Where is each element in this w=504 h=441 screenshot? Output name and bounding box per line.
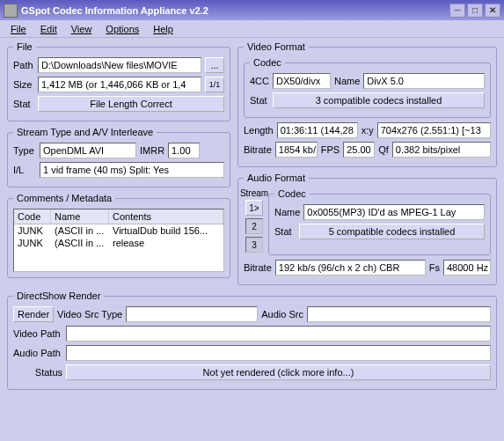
ds-legend: DirectShow Render	[13, 290, 104, 301]
fps-label: FPS	[321, 144, 340, 155]
fourcc-value: DX50/divx	[273, 73, 331, 89]
browse-button[interactable]: ...	[205, 57, 224, 73]
cell-code: JUNK	[14, 224, 51, 237]
video-legend: Video Format	[244, 41, 309, 52]
stream2-button[interactable]: 2	[245, 218, 263, 234]
vst-label: Video Src Type	[57, 309, 122, 320]
as-label: Audio Src	[261, 309, 303, 320]
comments-legend: Comments / Metadata	[13, 193, 115, 203]
il-label: I/L	[13, 165, 36, 175]
video-codec-legend: Codec	[250, 57, 285, 68]
astat-button[interactable]: 5 compatible codecs installed	[299, 224, 485, 239]
stream3-button[interactable]: 3	[245, 237, 263, 253]
type-label: Type	[13, 145, 36, 156]
titlebar: GSpot Codec Information Appliance v2.2 ─…	[0, 0, 504, 20]
vname-label: Name	[334, 76, 360, 86]
size-label: Size	[13, 79, 34, 90]
il-value: 1 vid frame (40 ms) Split: Yes	[40, 162, 224, 178]
vp-value	[66, 326, 491, 342]
stream1-button[interactable]: 1>	[245, 200, 263, 216]
audio-legend: Audio Format	[244, 173, 309, 183]
ap-label: Audio Path	[13, 348, 62, 358]
table-row[interactable]: JUNK (ASCII in ... VirtualDub build 156.…	[14, 224, 223, 237]
xy-label: x:y	[362, 125, 374, 136]
audio-codec-legend: Codec	[274, 188, 310, 199]
size-value: 1,412 MB (or 1,446,066 KB or 1,4	[38, 77, 201, 92]
vbitrate-label: Bitrate	[244, 144, 272, 155]
file-stat[interactable]: File Length Correct	[38, 96, 224, 112]
aname-value: 0x0055(MP3) ID'd as MPEG-1 Lay	[303, 204, 485, 220]
vname-value: DivX 5.0	[363, 73, 485, 89]
aname-label: Name	[274, 207, 300, 217]
audio-group: Audio Format Stream 1> 2 3 Codec Name 0x…	[237, 173, 497, 285]
table-row[interactable]: JUNK (ASCII in ... release	[14, 237, 223, 249]
vp-label: Video Path	[13, 328, 62, 339]
cell-contents: release	[109, 237, 223, 249]
render-button[interactable]: Render	[13, 306, 54, 322]
astat-label: Stat	[274, 226, 296, 237]
cell-name: (ASCII in ...	[51, 237, 109, 249]
stream-label: Stream	[240, 188, 268, 198]
col-name[interactable]: Name	[51, 209, 109, 224]
type-value: OpenDML AVI	[40, 143, 136, 158]
fps-value: 25.00	[343, 142, 375, 158]
as-value	[307, 306, 491, 322]
abitrate-label: Bitrate	[244, 262, 272, 273]
maximize-button[interactable]: □	[467, 4, 483, 18]
xy-value: 704x276 (2.551:1) [~13	[377, 122, 491, 138]
stream-legend: Stream Type and A/V Interleave	[13, 127, 157, 137]
vbitrate-value: 1854 kb/	[275, 142, 318, 158]
fs-value: 48000 Hz	[443, 260, 491, 276]
comments-table[interactable]: Code Name Contents JUNK (ASCII in ... Vi…	[13, 209, 224, 272]
qf-value: 0.382 bits/pixel	[392, 142, 491, 158]
window-title: GSpot Codec Information Appliance v2.2	[21, 5, 208, 16]
dsrender-group: DirectShow Render Render Video Src Type …	[7, 290, 497, 390]
length-label: Length	[244, 125, 274, 136]
imrr-label: IMRR	[140, 145, 164, 156]
video-group: Video Format Codec 4CC DX50/divx Name Di…	[237, 41, 497, 167]
cell-contents: VirtualDub build 156...	[109, 224, 223, 237]
status-label: Status	[13, 367, 62, 378]
path-label: Path	[13, 60, 34, 70]
ap-value	[66, 345, 491, 361]
vstat-button[interactable]: 3 compatible codecs installed	[273, 92, 485, 108]
vstat-label: Stat	[250, 95, 269, 106]
minimize-button[interactable]: ─	[449, 4, 465, 18]
menu-file[interactable]: File	[5, 22, 32, 35]
status-button[interactable]: Not yet rendered (click more info...)	[66, 364, 491, 380]
cell-name: (ASCII in ...	[51, 224, 109, 237]
file-group: File Path D:\Downloads\New files\MOVIE .…	[7, 41, 230, 121]
index-button[interactable]: 1/1	[205, 77, 224, 92]
col-contents[interactable]: Contents	[109, 209, 223, 224]
menu-help[interactable]: Help	[148, 22, 179, 35]
menu-view[interactable]: View	[66, 22, 98, 35]
menubar: File Edit View Options Help	[0, 20, 504, 38]
fourcc-label: 4CC	[250, 76, 269, 86]
length-value: 01:36:11 (144,28	[277, 122, 358, 138]
app-icon	[4, 4, 18, 18]
path-value: D:\Downloads\New files\MOVIE	[38, 57, 201, 73]
col-code[interactable]: Code	[14, 209, 51, 224]
qf-label: Qf	[378, 144, 389, 155]
stat-label: Stat	[13, 99, 34, 109]
menu-options[interactable]: Options	[100, 22, 144, 35]
comments-group: Comments / Metadata Code Name Contents J…	[7, 193, 230, 278]
video-codec-group: Codec 4CC DX50/divx Name DivX 5.0 Stat 3…	[244, 57, 491, 118]
audio-codec-group: Codec Name 0x0055(MP3) ID'd as MPEG-1 La…	[268, 188, 491, 255]
imrr-value: 1.00	[168, 143, 200, 158]
close-button[interactable]: ✕	[485, 4, 500, 18]
stream-group: Stream Type and A/V Interleave Type Open…	[7, 127, 230, 187]
file-legend: File	[13, 41, 36, 52]
vst-value	[126, 306, 258, 322]
cell-code: JUNK	[14, 237, 51, 249]
menu-edit[interactable]: Edit	[35, 22, 62, 35]
fs-label: Fs	[429, 262, 440, 273]
abitrate-value: 192 kb/s (96/ch x 2 ch) CBR	[275, 260, 426, 276]
